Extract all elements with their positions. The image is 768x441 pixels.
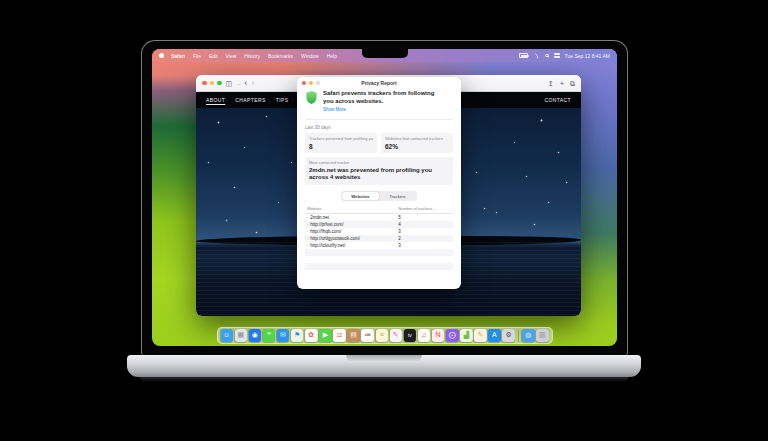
close-button[interactable] <box>202 81 207 86</box>
empty-row <box>305 249 453 256</box>
stat-card-websites-contacted: Websites that contacted trackers 62% <box>381 133 453 153</box>
disclosure-chevron-icon[interactable]: › <box>307 222 308 227</box>
spotlight-search-icon[interactable] <box>545 54 549 58</box>
dock-icon-news[interactable]: N <box>432 329 445 342</box>
nav-link-about[interactable]: ABOUT <box>206 97 225 103</box>
nav-link-chapters[interactable]: CHAPTERS <box>235 97 265 103</box>
trackers-cell: 5 <box>398 214 401 221</box>
dock-icon-numbers[interactable]: ▟ <box>460 329 473 342</box>
disclosure-chevron-icon[interactable]: › <box>307 236 308 241</box>
privacy-titlebar: Privacy Report <box>297 77 461 88</box>
dock-icon-music[interactable]: ♫ <box>418 329 431 342</box>
stat-label: Trackers prevented from profiling you <box>309 136 373 141</box>
sidebar-icon[interactable]: ◫ <box>226 80 233 87</box>
table-row[interactable]: ›http://prfvst.com/ 4 <box>305 221 453 228</box>
dock-icon-mail[interactable]: ✉ <box>277 329 290 342</box>
segmented-control: Websites Trackers <box>341 191 417 201</box>
menu-item-file[interactable]: File <box>193 53 201 59</box>
apple-logo-icon[interactable] <box>159 53 164 58</box>
dock-icon-trash[interactable]: ▥ <box>536 329 549 342</box>
website-cell: http://fhqb.com/ <box>310 229 341 234</box>
menu-item-help[interactable]: Help <box>327 53 337 59</box>
menu-item-edit[interactable]: Edit <box>209 53 218 59</box>
dock-icon-calendar[interactable]: 12 <box>333 329 346 342</box>
safari-traffic-lights <box>202 81 222 86</box>
minimize-button[interactable] <box>210 81 215 86</box>
show-more-link[interactable]: Show More <box>323 107 441 112</box>
new-tab-icon[interactable]: + <box>560 80 564 87</box>
column-number-of-trackers[interactable]: Number of trackers⌄ <box>398 206 436 211</box>
tab-websites[interactable]: Websites <box>342 192 379 201</box>
dock-icon-finder[interactable]: ☺ <box>220 329 233 342</box>
website-cell: 2mdn.net <box>310 215 329 220</box>
macbook-base-shadow <box>140 377 628 382</box>
tab-group-chevron-icon[interactable]: ⌄ <box>236 81 240 86</box>
column-website[interactable]: Website <box>307 206 321 211</box>
sort-chevron-icon: ⌄ <box>433 206 436 211</box>
dock-icon-launchpad[interactable]: ▦ <box>235 329 248 342</box>
disclosure-chevron-icon[interactable]: › <box>307 229 308 234</box>
menu-item-bookmarks[interactable]: Bookmarks <box>268 53 293 59</box>
dock-icon-podcasts[interactable]: ⨀ <box>446 329 459 342</box>
websites-table: Website Number of trackers⌄ ›2mdn.net 5 … <box>305 206 453 277</box>
dock-icon-photos[interactable]: ✿ <box>305 329 318 342</box>
table-row[interactable]: ›http://iclourfly.net/ 3 <box>305 242 453 249</box>
privacy-shield-icon <box>305 90 318 105</box>
disclosure-chevron-icon[interactable]: › <box>307 243 308 248</box>
menu-item-safari[interactable]: Safari <box>171 53 185 59</box>
stat-card-trackers-prevented: Trackers prevented from profiling you 8 <box>305 133 377 153</box>
most-contacted-value: 2mdn.net was prevented from profiling yo… <box>309 167 449 183</box>
dock-icon-pages[interactable]: ✎ <box>474 329 487 342</box>
period-label: Last 30 days <box>305 119 453 130</box>
table-row[interactable]: ›http://fhqb.com/ 3 <box>305 228 453 235</box>
table-row[interactable]: ›http://urtlgyootwock.com/ 2 <box>305 235 453 242</box>
macbook-base <box>127 355 641 377</box>
dock-icon-notes[interactable]: ≡ <box>375 329 388 342</box>
privacy-report-window: Privacy Report Safari prevents trackers … <box>297 77 461 289</box>
menu-item-history[interactable]: History <box>244 53 260 59</box>
table-row[interactable]: ›2mdn.net 5 <box>305 214 453 221</box>
share-icon[interactable]: ↥ <box>548 80 554 87</box>
nav-link-tips[interactable]: TIPS <box>276 97 289 103</box>
macbook-screen: Safari File Edit View History Bookmarks … <box>152 49 617 346</box>
dock: ☺▦◉❝✉⚑✿▶12▤≔≡✎tv♫N⨀▟✎A⚙◍▥ <box>216 327 552 344</box>
privacy-header-text: Safari prevents trackers from following … <box>323 90 441 112</box>
menu-item-view[interactable]: View <box>226 53 237 59</box>
tab-trackers[interactable]: Trackers <box>379 192 416 201</box>
menu-items: Safari File Edit View History Bookmarks … <box>171 53 337 59</box>
dock-icon-facetime[interactable]: ▶ <box>319 329 332 342</box>
most-contacted-card: Most contacted tracker 2mdn.net was prev… <box>305 157 453 186</box>
stat-value: 62% <box>385 143 449 150</box>
dock-icon-tv[interactable]: tv <box>404 329 417 342</box>
trackers-cell: 3 <box>398 228 401 235</box>
menu-bar-clock[interactable]: Tue Sep 12 8:41 AM <box>565 53 610 59</box>
dock-icon-freeform[interactable]: ✎ <box>390 329 403 342</box>
control-center-icon[interactable] <box>554 53 560 57</box>
website-cell: http://prfvst.com/ <box>310 222 343 227</box>
website-cell: http://iclourfly.net/ <box>310 243 345 248</box>
trackers-cell: 3 <box>398 242 401 249</box>
back-icon[interactable]: ‹ <box>244 79 247 88</box>
disclosure-chevron-icon[interactable]: › <box>307 215 308 220</box>
trackers-cell: 2 <box>398 235 401 242</box>
website-cell: http://urtlgyootwock.com/ <box>310 236 360 241</box>
dock-icon-reminders[interactable]: ≔ <box>361 329 374 342</box>
menu-item-window[interactable]: Window <box>301 53 319 59</box>
nav-link-contact[interactable]: CONTACT <box>544 97 571 103</box>
dock-icon-downloads-folder[interactable]: ◍ <box>522 329 535 342</box>
tab-overview-icon[interactable]: ⧉ <box>570 80 575 87</box>
macbook-lid-scoop <box>346 355 422 362</box>
wifi-icon[interactable] <box>533 52 539 58</box>
dock-icon-contacts[interactable]: ▤ <box>347 329 360 342</box>
dock-icon-messages[interactable]: ❝ <box>263 329 276 342</box>
dock-divider <box>518 330 519 342</box>
forward-icon[interactable]: › <box>251 79 254 88</box>
dock-icon-safari[interactable]: ◉ <box>249 329 262 342</box>
zoom-button[interactable] <box>217 81 222 86</box>
battery-icon[interactable] <box>519 53 528 58</box>
most-contacted-label: Most contacted tracker <box>309 160 449 165</box>
menu-bar-status: Tue Sep 12 8:41 AM <box>519 53 610 59</box>
dock-icon-app-store[interactable]: A <box>488 329 501 342</box>
dock-icon-system-settings[interactable]: ⚙ <box>502 329 515 342</box>
dock-icon-maps[interactable]: ⚑ <box>291 329 304 342</box>
